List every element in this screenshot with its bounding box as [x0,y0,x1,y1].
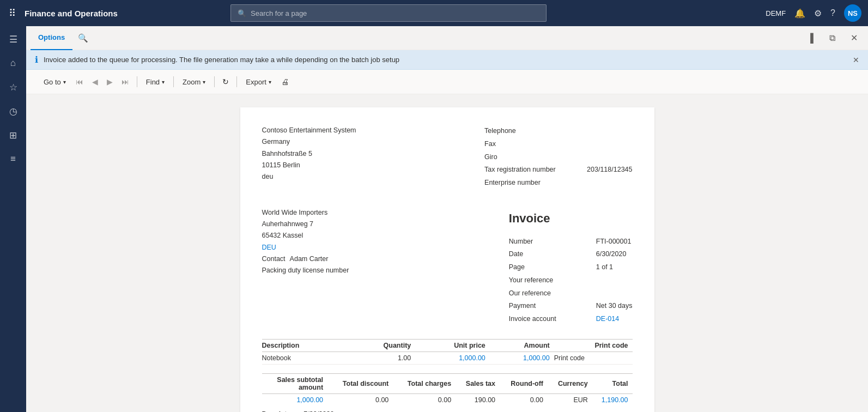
separator-3 [214,76,215,87]
nav-modules[interactable]: ≡ [2,148,24,170]
totals-roundoff-value: 0.00 [500,393,548,406]
export-button[interactable]: Export ▾ [241,76,276,88]
inv-number-row: Number FTI-000001 [509,235,633,249]
settings-icon[interactable]: ⚙ [814,8,822,19]
item-description: Notebook [262,352,349,364]
inv-ourref-label: Our reference [509,287,596,300]
col-unitprice: Unit price [415,339,490,352]
inv-account-row: Invoice account DE-014 [509,313,633,326]
nav-last-button[interactable]: ⏭ [118,75,132,88]
inv-number-value: FTI-000001 [596,235,632,249]
goto-button[interactable]: Go to ▾ [39,76,70,88]
nav-prev-button[interactable]: ◀ [89,75,101,88]
seller-lang: deu [262,171,356,183]
nav-home[interactable]: ⌂ [2,52,24,74]
inv-page-value: 1 of 1 [596,261,613,274]
notifications-icon[interactable]: 🔔 [794,8,805,19]
giro-label: Giro [484,151,582,164]
seller-info: Contoso Entertainment System Germany Bah… [262,125,356,190]
inv-payment-value: Net 30 days [596,300,633,313]
top-nav: ⠿ Finance and Operations 🔍 Search for a … [0,0,868,26]
item-amount: 1,000.00 [490,352,554,364]
nav-first-button[interactable]: ⏮ [72,75,87,88]
top-nav-right: DEMF 🔔 ⚙ ? NS [766,4,861,22]
environment-label: DEMF [766,9,786,17]
totals-table: Sales subtotal amount Total discount Tot… [262,373,633,406]
goto-label: Go to [44,78,61,86]
grid-menu-icon[interactable]: ⠿ [7,5,18,21]
inv-account-value[interactable]: DE-014 [596,313,619,326]
inv-date-label: Date [509,248,596,261]
table-header-row: Description Quantity Unit price Amount P… [262,339,633,352]
totals-subtotal-header: Sales subtotal amount [262,373,328,393]
inv-page-label: Page [509,261,596,274]
col-quantity: Quantity [349,339,415,352]
notification-bar: ℹ Invoice added to the queue for process… [26,50,868,70]
popout-button[interactable]: ⧉ [822,28,842,48]
seller-street: Bahnhofstraße 5 [262,148,356,160]
toolbar-search-icon[interactable]: 🔍 [72,33,94,43]
close-button[interactable]: ✕ [844,28,864,48]
totals-discount-header: Total discount [327,373,393,393]
nav-next-button[interactable]: ▶ [104,75,116,88]
report-toolbar: Go to ▾ ⏮ ◀ ▶ ⏭ Find ▾ Zoom ▾ ↻ Export ▾ [26,70,868,94]
enterprise-label: Enterprise number [484,177,582,190]
find-chevron: ▾ [162,79,165,85]
user-avatar[interactable]: NS [844,4,861,22]
separator-2 [173,76,174,87]
fax-row: Fax [484,138,632,151]
toolbar-bar: Options 🔍 ▐ ⧉ ✕ [26,26,868,50]
export-chevron: ▾ [269,79,271,85]
buyer-country[interactable]: DEU [262,242,349,253]
find-button[interactable]: Find ▾ [142,76,169,88]
invoice-paper: Contoso Entertainment System Germany Bah… [240,107,654,412]
totals-data-row: 1,000.00 0.00 0.00 190.00 0.00 EUR 1,190… [262,393,633,406]
seller-country: Germany [262,136,356,148]
main-content: Options 🔍 ▐ ⧉ ✕ ℹ Invoice added to the q… [26,26,868,412]
global-search[interactable]: 🔍 Search for a page [230,4,547,22]
totals-salestax-value: 190.00 [456,393,500,406]
contact-label: Contact [262,253,286,265]
giro-row: Giro [484,151,632,164]
toolbar-right: ▐ ⧉ ✕ [800,28,864,48]
fax-label: Fax [484,138,582,151]
seller-city: 10115 Berlin [262,160,356,171]
tab-options[interactable]: Options [31,26,72,50]
taxreg-value: 203/118/12345 [587,163,632,177]
search-placeholder: Search for a page [251,9,307,17]
inv-yourref-row: Your reference [509,274,633,287]
nav-favorites[interactable]: ☆ [2,76,24,98]
totals-total-value: 1,190.00 [592,393,633,406]
enterprise-row: Enterprise number [484,177,632,190]
line-items-table: Description Quantity Unit price Amount P… [262,339,633,365]
nav-recent[interactable]: ◷ [2,100,24,122]
nav-hamburger[interactable]: ☰ [2,28,24,50]
buyer-street: Auherhahnweg 7 [262,219,349,230]
nav-workspaces[interactable]: ⊞ [2,124,24,146]
buyer-city: 65432 Kassel [262,230,349,241]
find-label: Find [146,78,160,86]
seller-name: Contoso Entertainment System [262,125,356,136]
item-quantity: 1.00 [349,352,415,364]
amount-label: amount [299,384,323,391]
inv-date-row: Date 6/30/2020 [509,248,633,261]
refresh-button[interactable]: ↻ [219,75,232,88]
sidebar-toggle-button[interactable]: ▐ [800,28,820,48]
totals-discount-value: 0.00 [327,393,393,406]
print-button[interactable]: 🖨 [278,75,292,88]
zoom-chevron: ▾ [203,79,205,85]
zoom-button[interactable]: Zoom ▾ [178,76,210,88]
telephone-row: Telephone [484,125,632,138]
table-row: Notebook 1.00 1,000.00 1,000.00 Print co… [262,352,633,364]
invoice-details-box: Invoice Number FTI-000001 Date 6/30/2020… [509,207,633,326]
inv-date-value: 6/30/2020 [596,248,627,261]
totals-header-row: Sales subtotal amount Total discount Tot… [262,373,633,393]
contact-details: Telephone Fax Giro Tax registration [484,125,632,190]
zoom-label: Zoom [183,78,201,86]
report-content: Contoso Entertainment System Germany Bah… [26,94,868,412]
notification-close-button[interactable]: ✕ [853,56,859,64]
main-layout: ☰ ⌂ ☆ ◷ ⊞ ≡ Options 🔍 ▐ ⧉ ✕ ℹ Invoice ad… [0,26,868,412]
app-title: Finance and Operations [25,9,118,18]
separator-1 [137,76,137,87]
help-icon[interactable]: ? [830,8,835,18]
